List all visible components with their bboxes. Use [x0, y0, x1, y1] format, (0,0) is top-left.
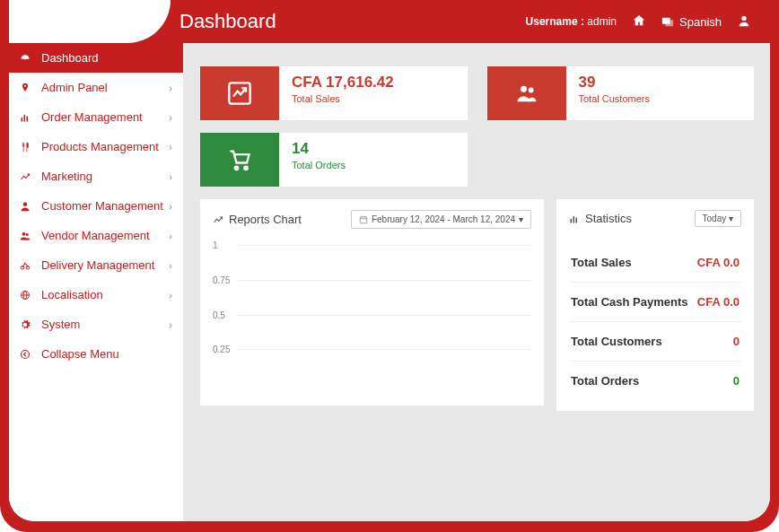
svg-rect-1: [665, 20, 673, 26]
svg-point-10: [22, 231, 26, 235]
stat-label: Total Customers: [571, 335, 662, 348]
page-title: Dashboard: [179, 10, 276, 33]
svg-point-22: [244, 167, 248, 170]
svg-point-19: [521, 86, 527, 92]
stat-label: Total Sales: [571, 256, 632, 269]
card-customers-label: Total Customers: [579, 93, 650, 104]
y-tick-label: 1: [213, 240, 218, 250]
stat-value: 0: [733, 374, 740, 388]
svg-point-11: [26, 233, 29, 236]
svg-rect-8: [27, 116, 29, 121]
sidebar-item-label: Localisation: [41, 288, 103, 301]
stat-row: Total Orders0: [569, 362, 741, 400]
svg-point-2: [741, 15, 746, 20]
card-total-orders[interactable]: 14 Total Orders: [200, 133, 468, 187]
chevron-right-icon: ›: [169, 231, 172, 241]
chevron-right-icon: ›: [169, 83, 172, 93]
svg-rect-27: [571, 219, 573, 223]
topbar: Dashboard Username : admin Spanish: [9, 0, 770, 43]
sidebar-item-label: Dashboard: [41, 51, 99, 65]
chevron-right-icon: ›: [169, 142, 172, 153]
chevron-right-icon: ›: [169, 319, 172, 330]
chart-gridline: [238, 245, 531, 246]
chevron-right-icon: ›: [169, 290, 172, 301]
sidebar-item-label: Customer Management: [41, 199, 163, 213]
bike-icon: [20, 260, 32, 271]
statistics-panel: Statistics Today ▾ Total SalesCFA 0.0Tot…: [556, 199, 754, 411]
username-label: Username :: [526, 15, 584, 28]
card-orders-label: Total Orders: [292, 160, 346, 170]
collapse-icon: [20, 349, 32, 360]
chevron-right-icon: ›: [169, 112, 172, 123]
bars-icon: [569, 214, 580, 224]
date-range-picker[interactable]: February 12, 2024 - March 12, 2024 ▾: [351, 210, 531, 229]
stats-period-selector[interactable]: Today ▾: [695, 210, 741, 227]
sidebar: DashboardAdmin Panel›Order Management›Pr…: [9, 43, 184, 521]
sidebar-item-admin-panel[interactable]: Admin Panel›: [9, 73, 183, 102]
sidebar-item-system[interactable]: System›: [9, 310, 183, 339]
username-value: admin: [587, 15, 617, 28]
chevron-right-icon: ›: [169, 260, 172, 271]
home-icon[interactable]: [633, 14, 645, 30]
stat-label: Total Orders: [571, 374, 639, 388]
stat-row: Total Cash PaymentsCFA 0.0: [569, 283, 741, 322]
sidebar-item-label: Admin Panel: [41, 81, 108, 94]
chart-up-icon: [200, 66, 279, 120]
sidebar-item-vendor-management[interactable]: Vendor Management›: [9, 221, 183, 250]
chart-gridline: [238, 315, 531, 316]
svg-point-5: [24, 84, 26, 86]
svg-point-21: [235, 167, 239, 170]
sidebar-item-label: Collapse Menu: [41, 347, 119, 361]
y-tick-label: 0.75: [213, 275, 230, 284]
users-icon: [20, 231, 32, 241]
chart-line-icon: [213, 214, 223, 225]
svg-point-9: [23, 202, 28, 206]
stat-row: Total Customers0: [569, 322, 741, 362]
svg-rect-6: [22, 118, 23, 122]
sidebar-item-localisation[interactable]: Localisation›: [9, 280, 183, 310]
svg-rect-28: [573, 216, 575, 223]
sidebar-item-dashboard[interactable]: Dashboard: [9, 43, 183, 73]
user-icon[interactable]: [738, 14, 750, 30]
chart-area: 0.250.50.751: [213, 245, 531, 384]
language-switcher[interactable]: Spanish: [661, 15, 722, 29]
chart-gridline: [238, 349, 531, 350]
sidebar-item-label: Order Management: [41, 110, 143, 124]
sidebar-item-label: Products Management: [41, 140, 159, 153]
card-total-sales[interactable]: CFA 17,616.42 Total Sales: [200, 66, 468, 120]
calendar-icon: [359, 215, 368, 224]
cutlery-icon: [20, 142, 32, 153]
chevron-down-icon: ▾: [729, 214, 733, 223]
svg-rect-7: [24, 115, 26, 122]
sidebar-item-collapse-menu[interactable]: Collapse Menu: [9, 339, 183, 369]
stats-title: Statistics: [569, 212, 632, 225]
svg-point-17: [22, 350, 30, 358]
pin-icon: [20, 83, 32, 93]
card-customers-value: 39: [579, 74, 650, 92]
sidebar-item-delivery-management[interactable]: Delivery Management›: [9, 250, 183, 280]
sidebar-item-order-management[interactable]: Order Management›: [9, 102, 183, 132]
sidebar-item-label: System: [41, 318, 80, 331]
reports-chart-panel: Reports Chart February 12, 2024 - March …: [200, 199, 544, 406]
sidebar-item-customer-management[interactable]: Customer Management›: [9, 191, 183, 221]
svg-point-20: [528, 88, 533, 93]
svg-rect-29: [576, 217, 578, 222]
y-tick-label: 0.5: [213, 310, 225, 319]
username-block: Username : admin: [526, 15, 617, 28]
date-range-text: February 12, 2024 - March 12, 2024: [372, 214, 515, 224]
card-total-customers[interactable]: 39 Total Customers: [487, 66, 755, 120]
main-area: CFA 17,616.42 Total Sales 39 Total Custo…: [184, 43, 770, 521]
card-sales-value: CFA 17,616.42: [292, 74, 394, 92]
dashboard-icon: [20, 53, 32, 64]
stat-value: CFA 0.0: [697, 295, 740, 309]
card-sales-label: Total Sales: [292, 93, 394, 104]
sidebar-item-marketing[interactable]: Marketing›: [9, 161, 183, 191]
reports-title: Reports Chart: [213, 213, 302, 226]
chevron-right-icon: ›: [169, 201, 172, 212]
stat-label: Total Cash Payments: [571, 295, 688, 309]
sidebar-item-label: Marketing: [41, 170, 92, 183]
bars-icon: [20, 112, 32, 123]
stat-row: Total SalesCFA 0.0: [569, 243, 741, 283]
chevron-right-icon: ›: [169, 171, 172, 182]
sidebar-item-products-management[interactable]: Products Management›: [9, 132, 183, 161]
